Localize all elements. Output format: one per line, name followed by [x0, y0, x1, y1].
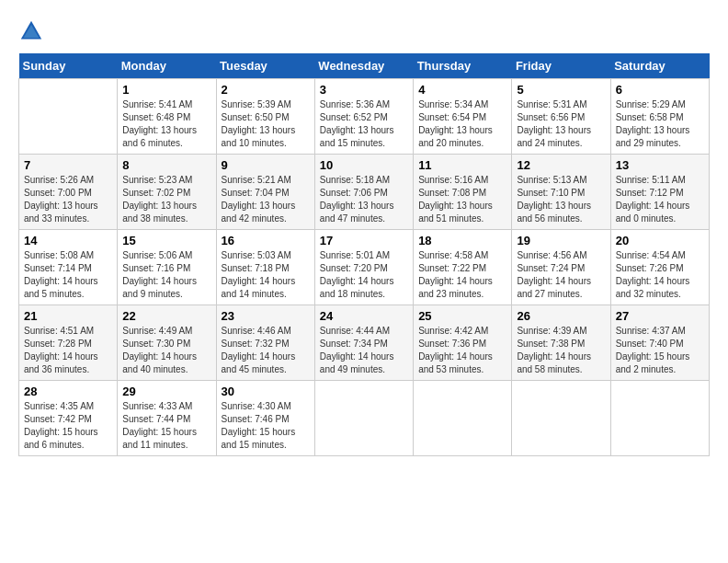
- calendar-cell: 11Sunrise: 5:16 AM Sunset: 7:08 PM Dayli…: [414, 155, 512, 230]
- day-number: 6: [616, 83, 704, 97]
- day-number: 9: [222, 158, 310, 172]
- day-number: 21: [24, 309, 112, 323]
- calendar-cell: 13Sunrise: 5:11 AM Sunset: 7:12 PM Dayli…: [610, 155, 709, 230]
- day-number: 18: [418, 234, 506, 247]
- day-info: Sunrise: 5:21 AM Sunset: 7:04 PM Dayligh…: [222, 174, 310, 225]
- day-info: Sunrise: 5:08 AM Sunset: 7:14 PM Dayligh…: [24, 249, 112, 301]
- calendar-cell: 7Sunrise: 5:26 AM Sunset: 7:00 PM Daylig…: [19, 155, 118, 230]
- calendar-cell: 14Sunrise: 5:08 AM Sunset: 7:14 PM Dayli…: [19, 230, 118, 305]
- day-info: Sunrise: 5:36 AM Sunset: 6:52 PM Dayligh…: [320, 98, 408, 150]
- day-info: Sunrise: 5:01 AM Sunset: 7:20 PM Dayligh…: [320, 249, 408, 301]
- day-info: Sunrise: 5:03 AM Sunset: 7:18 PM Dayligh…: [222, 249, 310, 301]
- calendar-cell: 21Sunrise: 4:51 AM Sunset: 7:28 PM Dayli…: [19, 305, 118, 381]
- logo-icon: [18, 18, 44, 44]
- calendar-cell: 16Sunrise: 5:03 AM Sunset: 7:18 PM Dayli…: [216, 230, 314, 305]
- calendar-cell: 3Sunrise: 5:36 AM Sunset: 6:52 PM Daylig…: [314, 79, 413, 155]
- day-info: Sunrise: 4:49 AM Sunset: 7:30 PM Dayligh…: [122, 325, 210, 376]
- calendar-week-row: 7Sunrise: 5:26 AM Sunset: 7:00 PM Daylig…: [19, 155, 710, 230]
- calendar-cell: 1Sunrise: 5:41 AM Sunset: 6:48 PM Daylig…: [118, 79, 216, 155]
- day-info: Sunrise: 4:56 AM Sunset: 7:24 PM Dayligh…: [517, 249, 605, 301]
- calendar-cell: 4Sunrise: 5:34 AM Sunset: 6:54 PM Daylig…: [414, 79, 512, 155]
- day-info: Sunrise: 5:39 AM Sunset: 6:50 PM Dayligh…: [222, 98, 310, 150]
- day-number: 26: [517, 309, 605, 323]
- day-number: 23: [222, 309, 310, 323]
- day-number: 5: [517, 83, 605, 97]
- day-info: Sunrise: 5:16 AM Sunset: 7:08 PM Dayligh…: [418, 174, 506, 225]
- calendar-cell: 9Sunrise: 5:21 AM Sunset: 7:04 PM Daylig…: [216, 155, 314, 230]
- calendar-cell: 12Sunrise: 5:13 AM Sunset: 7:10 PM Dayli…: [512, 155, 610, 230]
- day-info: Sunrise: 4:39 AM Sunset: 7:38 PM Dayligh…: [517, 325, 605, 376]
- calendar-week-row: 14Sunrise: 5:08 AM Sunset: 7:14 PM Dayli…: [19, 230, 710, 305]
- calendar-cell: 15Sunrise: 5:06 AM Sunset: 7:16 PM Dayli…: [118, 230, 216, 305]
- calendar-cell: 8Sunrise: 5:23 AM Sunset: 7:02 PM Daylig…: [118, 155, 216, 230]
- day-number: 27: [616, 309, 704, 323]
- day-number: 13: [616, 158, 704, 172]
- day-number: 1: [122, 83, 210, 97]
- day-info: Sunrise: 4:35 AM Sunset: 7:42 PM Dayligh…: [24, 400, 112, 452]
- day-info: Sunrise: 5:29 AM Sunset: 6:58 PM Dayligh…: [616, 98, 704, 150]
- calendar-header: SundayMondayTuesdayWednesdayThursdayFrid…: [19, 53, 710, 79]
- calendar-cell: 19Sunrise: 4:56 AM Sunset: 7:24 PM Dayli…: [512, 230, 610, 305]
- day-info: Sunrise: 5:23 AM Sunset: 7:02 PM Dayligh…: [122, 174, 210, 225]
- day-number: 17: [320, 234, 408, 247]
- day-info: Sunrise: 5:41 AM Sunset: 6:48 PM Dayligh…: [122, 98, 210, 150]
- day-number: 15: [122, 234, 210, 247]
- calendar-cell: [610, 381, 709, 456]
- calendar-cell: 27Sunrise: 4:37 AM Sunset: 7:40 PM Dayli…: [610, 305, 709, 381]
- day-info: Sunrise: 5:34 AM Sunset: 6:54 PM Dayligh…: [418, 98, 506, 150]
- day-number: 22: [122, 309, 210, 323]
- day-number: 3: [320, 83, 408, 97]
- day-number: 30: [222, 385, 310, 398]
- day-number: 8: [122, 158, 210, 172]
- logo: [18, 18, 48, 44]
- day-info: Sunrise: 4:44 AM Sunset: 7:34 PM Dayligh…: [320, 325, 408, 376]
- day-number: 20: [616, 234, 704, 247]
- day-number: 2: [222, 83, 310, 97]
- calendar-cell: 24Sunrise: 4:44 AM Sunset: 7:34 PM Dayli…: [314, 305, 413, 381]
- calendar-table: SundayMondayTuesdayWednesdayThursdayFrid…: [18, 53, 710, 456]
- calendar-cell: 17Sunrise: 5:01 AM Sunset: 7:20 PM Dayli…: [314, 230, 413, 305]
- weekday-header-saturday: Saturday: [610, 53, 709, 79]
- day-info: Sunrise: 4:30 AM Sunset: 7:46 PM Dayligh…: [222, 400, 310, 452]
- calendar-cell: 18Sunrise: 4:58 AM Sunset: 7:22 PM Dayli…: [414, 230, 512, 305]
- weekday-header-wednesday: Wednesday: [314, 53, 413, 79]
- weekday-header-sunday: Sunday: [19, 53, 118, 79]
- day-info: Sunrise: 5:11 AM Sunset: 7:12 PM Dayligh…: [616, 174, 704, 225]
- day-info: Sunrise: 4:58 AM Sunset: 7:22 PM Dayligh…: [418, 249, 506, 301]
- calendar-cell: 2Sunrise: 5:39 AM Sunset: 6:50 PM Daylig…: [216, 79, 314, 155]
- day-info: Sunrise: 4:33 AM Sunset: 7:44 PM Dayligh…: [122, 400, 210, 452]
- day-info: Sunrise: 4:46 AM Sunset: 7:32 PM Dayligh…: [222, 325, 310, 376]
- day-number: 25: [418, 309, 506, 323]
- day-number: 4: [418, 83, 506, 97]
- day-info: Sunrise: 5:31 AM Sunset: 6:56 PM Dayligh…: [517, 98, 605, 150]
- calendar-cell: 20Sunrise: 4:54 AM Sunset: 7:26 PM Dayli…: [610, 230, 709, 305]
- day-info: Sunrise: 4:51 AM Sunset: 7:28 PM Dayligh…: [24, 325, 112, 376]
- day-number: 10: [320, 158, 408, 172]
- calendar-cell: 28Sunrise: 4:35 AM Sunset: 7:42 PM Dayli…: [19, 381, 118, 456]
- calendar-cell: 30Sunrise: 4:30 AM Sunset: 7:46 PM Dayli…: [216, 381, 314, 456]
- calendar-cell: 5Sunrise: 5:31 AM Sunset: 6:56 PM Daylig…: [512, 79, 610, 155]
- weekday-header-tuesday: Tuesday: [216, 53, 314, 79]
- day-number: 7: [24, 158, 112, 172]
- calendar-cell: 26Sunrise: 4:39 AM Sunset: 7:38 PM Dayli…: [512, 305, 610, 381]
- calendar-body: 1Sunrise: 5:41 AM Sunset: 6:48 PM Daylig…: [19, 79, 710, 456]
- calendar-cell: 6Sunrise: 5:29 AM Sunset: 6:58 PM Daylig…: [610, 79, 709, 155]
- weekday-header-thursday: Thursday: [414, 53, 512, 79]
- calendar-cell: 22Sunrise: 4:49 AM Sunset: 7:30 PM Dayli…: [118, 305, 216, 381]
- day-number: 12: [517, 158, 605, 172]
- day-info: Sunrise: 4:42 AM Sunset: 7:36 PM Dayligh…: [418, 325, 506, 376]
- calendar-cell: [512, 381, 610, 456]
- calendar-week-row: 21Sunrise: 4:51 AM Sunset: 7:28 PM Dayli…: [19, 305, 710, 381]
- calendar-week-row: 28Sunrise: 4:35 AM Sunset: 7:42 PM Dayli…: [19, 381, 710, 456]
- calendar-week-row: 1Sunrise: 5:41 AM Sunset: 6:48 PM Daylig…: [19, 79, 710, 155]
- weekday-header-row: SundayMondayTuesdayWednesdayThursdayFrid…: [19, 53, 710, 79]
- calendar-cell: 29Sunrise: 4:33 AM Sunset: 7:44 PM Dayli…: [118, 381, 216, 456]
- day-info: Sunrise: 4:54 AM Sunset: 7:26 PM Dayligh…: [616, 249, 704, 301]
- day-number: 19: [517, 234, 605, 247]
- day-number: 24: [320, 309, 408, 323]
- day-number: 28: [24, 385, 112, 398]
- page-header: [18, 18, 710, 44]
- calendar-cell: [314, 381, 413, 456]
- day-number: 29: [122, 385, 210, 398]
- weekday-header-friday: Friday: [512, 53, 610, 79]
